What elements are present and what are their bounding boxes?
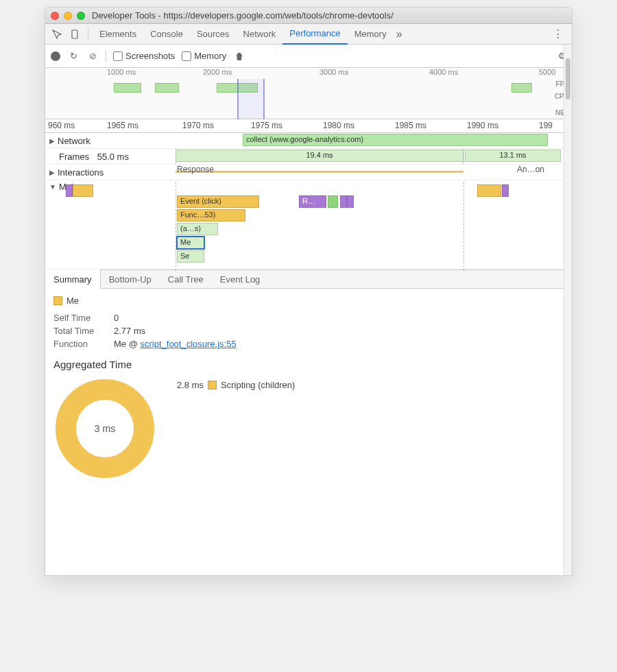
flame-me-selected[interactable]: Me <box>177 237 204 249</box>
network-row[interactable]: ▶Network collect (www.google-analytics.c… <box>45 133 572 149</box>
vertical-scrollbar[interactable] <box>564 45 572 575</box>
ruler-tick: 1985 ms <box>395 121 426 130</box>
frame-segment[interactable]: 19.4 ms <box>176 149 463 162</box>
interaction-response: Response <box>177 165 214 174</box>
flame-r[interactable]: R… <box>299 195 326 208</box>
device-toggle-icon[interactable] <box>67 27 82 42</box>
ruler-tick: 960 ms <box>48 121 75 130</box>
total-time-label: Total Time <box>53 326 108 336</box>
panel-tabbar: Elements Console Sources Network Perform… <box>45 24 572 45</box>
memory-checkbox[interactable]: Memory <box>182 51 226 61</box>
dtab-call-tree[interactable]: Call Tree <box>160 269 212 289</box>
overview-pane[interactable]: 1000 ms 2000 ms 3000 ms 4000 ms 5000 FPS… <box>45 68 572 119</box>
scroll-thumb[interactable] <box>566 58 570 99</box>
self-time-label: Self Time <box>53 313 108 323</box>
tab-memory[interactable]: Memory <box>348 24 394 45</box>
devtools-window: Developer Tools - https://developers.goo… <box>45 7 572 576</box>
frame-divider <box>176 182 176 271</box>
screenshots-checkbox[interactable]: Screenshots <box>113 51 175 61</box>
interaction-span <box>176 171 463 173</box>
inspect-icon[interactable] <box>49 27 64 42</box>
perf-toolbar: ↻ ⊘ Screenshots Memory ⚙ <box>45 45 572 68</box>
dtab-bottom-up[interactable]: Bottom-Up <box>101 269 160 289</box>
more-tabs-icon[interactable]: » <box>396 28 402 40</box>
function-prefix: Me @ <box>114 339 140 349</box>
interactions-row[interactable]: ▶Interactions Response An…on <box>45 165 572 180</box>
flame-item[interactable] <box>66 184 73 197</box>
donut-chart: 3 ms <box>53 377 156 480</box>
source-link[interactable]: script_foot_closure.js:55 <box>140 339 236 349</box>
flame-event-click[interactable]: Event (click) <box>177 195 259 208</box>
tab-elements[interactable]: Elements <box>93 24 143 45</box>
function-label: Function <box>53 339 108 349</box>
frame-segment[interactable]: 13.1 ms <box>465 149 561 162</box>
flame-item[interactable] <box>328 195 338 208</box>
menu-icon[interactable]: ⋮ <box>547 27 569 40</box>
legend-value: 2.8 ms <box>177 380 204 390</box>
tab-network[interactable]: Network <box>237 24 283 45</box>
memory-label: Memory <box>194 51 226 61</box>
overview-window-handle[interactable] <box>237 79 265 119</box>
frames-value: 55.0 ms <box>97 152 129 162</box>
row-label-interactions: Interactions <box>58 167 104 178</box>
dtab-summary[interactable]: Summary <box>45 269 101 289</box>
disclosure-icon[interactable]: ▼ <box>49 183 56 191</box>
frames-row[interactable]: Frames 55.0 ms 19.4 ms 13.1 ms <box>45 149 572 165</box>
record-button[interactable] <box>51 51 60 61</box>
aggregated-time-heading: Aggregated Time <box>53 359 564 370</box>
interaction-animation: An…on <box>517 165 544 174</box>
frame-divider <box>463 149 464 164</box>
row-label-frames: Frames <box>59 152 89 162</box>
summary-header: Me <box>53 296 564 306</box>
zoom-icon[interactable] <box>77 12 85 20</box>
flame-item[interactable] <box>347 195 354 208</box>
reload-icon[interactable]: ↻ <box>67 50 80 62</box>
legend-label: Scripting (children) <box>221 380 295 390</box>
tab-console[interactable]: Console <box>143 24 190 45</box>
trash-icon[interactable] <box>233 50 245 62</box>
ruler-tick: 1980 ms <box>323 121 354 130</box>
traffic-lights <box>51 12 85 20</box>
flame-anonymous[interactable]: (a…s) <box>177 223 218 235</box>
total-time-value: 2.77 ms <box>114 326 145 336</box>
separator <box>88 28 88 40</box>
flame-item[interactable] <box>340 195 347 208</box>
ruler-tick: 199 <box>539 121 553 130</box>
donut-legend: 2.8 ms Scripting (children) <box>177 380 295 390</box>
ruler-tick: 1990 ms <box>467 121 498 130</box>
donut-center-label: 3 ms <box>53 377 156 480</box>
minimize-icon[interactable] <box>64 12 72 20</box>
main-row[interactable]: ▼Main Event (click) Func…53) (a…s) Me Se… <box>45 180 572 269</box>
clear-icon[interactable]: ⊘ <box>86 50 99 62</box>
disclosure-icon[interactable]: ▶ <box>49 169 55 176</box>
scripting-swatch-icon <box>53 296 62 305</box>
screenshots-label: Screenshots <box>125 51 175 61</box>
details-tabbar: Summary Bottom-Up Call Tree Event Log <box>45 269 572 289</box>
tab-sources[interactable]: Sources <box>190 24 237 45</box>
flame-chart: ▶Network collect (www.google-analytics.c… <box>45 133 572 269</box>
detail-ruler: 960 ms 1965 ms 1970 ms 1975 ms 1980 ms 1… <box>45 119 572 133</box>
fps-bar <box>511 83 532 93</box>
ov-tick: 5000 <box>539 68 555 76</box>
separator <box>106 50 106 62</box>
ov-tick: 1000 ms <box>107 68 136 76</box>
window-title: Developer Tools - https://developers.goo… <box>92 10 394 21</box>
ov-tick: 2000 ms <box>203 68 232 76</box>
dtab-event-log[interactable]: Event Log <box>212 269 269 289</box>
network-item[interactable]: collect (www.google-analytics.com) <box>243 134 548 146</box>
close-icon[interactable] <box>51 12 59 20</box>
tab-performance[interactable]: Performance <box>282 24 347 45</box>
flame-se[interactable]: Se <box>177 250 204 263</box>
flame-item[interactable] <box>73 184 93 197</box>
row-label-network: Network <box>58 136 90 146</box>
flame-function-call[interactable]: Func…53) <box>177 209 245 221</box>
flame-item[interactable] <box>477 184 501 197</box>
overview-ruler: 1000 ms 2000 ms 3000 ms 4000 ms 5000 <box>45 68 572 79</box>
ov-tick: 3000 ms <box>319 68 348 76</box>
fps-bar <box>114 83 141 93</box>
ov-tick: 4000 ms <box>429 68 458 76</box>
overview-body: FPS CPU NET <box>45 79 572 119</box>
flame-item[interactable] <box>502 184 509 197</box>
disclosure-icon[interactable]: ▶ <box>49 137 55 145</box>
svg-rect-0 <box>72 30 77 38</box>
